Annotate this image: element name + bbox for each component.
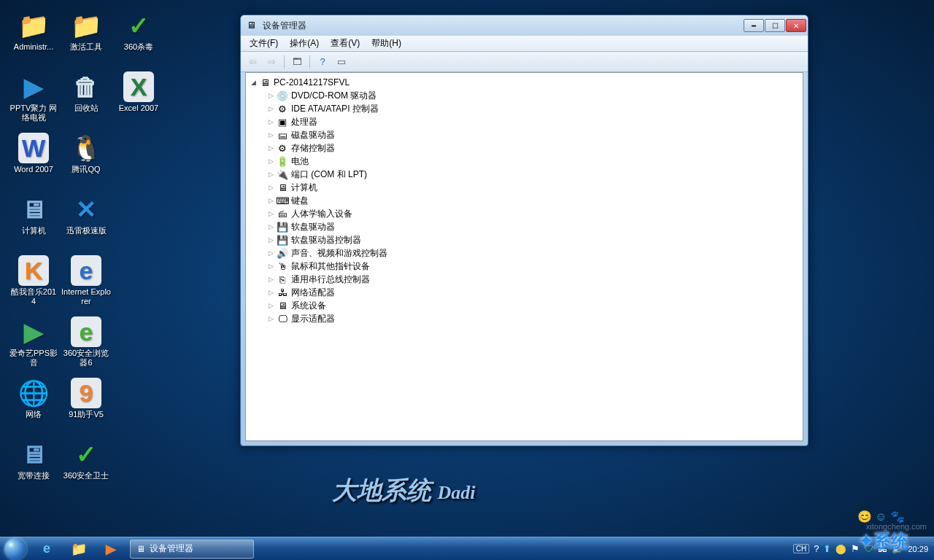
- desktop-icon-17[interactable]: XExcel 2007: [113, 69, 164, 127]
- tree-node[interactable]: ▷💾软盘驱动器控制器: [247, 233, 801, 246]
- menubar: 文件(F)操作(A)查看(V)帮助(H): [241, 36, 808, 52]
- icon-label: 迅雷极速版: [66, 226, 107, 236]
- expand-icon[interactable]: ▷: [266, 262, 275, 271]
- help-button[interactable]: ?: [314, 54, 331, 70]
- expand-icon[interactable]: ▷: [266, 209, 275, 218]
- pinned-media-player[interactable]: ▶: [96, 540, 126, 559]
- icon-label: 360安全浏览器6: [61, 349, 111, 368]
- desktop-icon-13[interactable]: e360安全浏览器6: [61, 314, 112, 372]
- help-icon[interactable]: ?: [814, 543, 819, 554]
- tree-node[interactable]: ▷💾软盘驱动器: [247, 220, 801, 233]
- expand-icon[interactable]: ▷: [266, 222, 275, 231]
- icon-label: PPTV聚力 网络电视: [9, 104, 58, 122]
- expand-icon[interactable]: ▷: [266, 275, 275, 284]
- desktop-icon-5[interactable]: ▶爱奇艺PPS影音: [8, 314, 59, 372]
- expand-icon[interactable]: ▷: [266, 236, 275, 244]
- expand-icon[interactable]: ▷: [266, 183, 275, 192]
- expand-icon[interactable]: ▷: [266, 104, 275, 113]
- expand-icon[interactable]: ▷: [266, 117, 275, 126]
- tree-node[interactable]: ▷⎘通用串行总线控制器: [247, 273, 801, 286]
- tree-node[interactable]: ▷🖮人体学输入设备: [247, 207, 801, 220]
- expand-icon[interactable]: ▷: [266, 249, 275, 257]
- tree-root[interactable]: ◢🖥PC-20141217SFVL: [247, 76, 801, 89]
- app-icon: ✓: [123, 10, 154, 41]
- expand-icon[interactable]: ▷: [266, 288, 275, 297]
- desktop-icon-0[interactable]: 📁Administr...: [8, 7, 59, 66]
- desktop-icon-4[interactable]: K酷我音乐2014: [8, 252, 59, 311]
- properties-button[interactable]: ▭: [333, 54, 350, 70]
- taskbar-app-device-manager[interactable]: 🖥 设备管理器: [130, 540, 254, 559]
- minimize-button[interactable]: ━: [744, 19, 764, 32]
- menu-a[interactable]: 操作(A): [284, 36, 325, 51]
- device-icon: ⎘: [277, 273, 288, 285]
- desktop-icon-14[interactable]: 991助手V5: [61, 375, 112, 433]
- expand-icon[interactable]: ▷: [266, 91, 275, 100]
- icon-label: Internet Explorer: [61, 287, 111, 306]
- device-icon: 🖵: [277, 313, 288, 324]
- computer-icon: 🖥: [136, 544, 145, 554]
- expand-icon[interactable]: ▷: [266, 157, 275, 166]
- menu-f[interactable]: 文件(F): [244, 36, 284, 51]
- collapse-icon[interactable]: ◢: [249, 78, 258, 87]
- device-icon: 🖥: [277, 182, 288, 193]
- tray-icon[interactable]: ⬆: [823, 543, 831, 554]
- show-hidden-button[interactable]: 🗔: [288, 54, 306, 70]
- tree-node[interactable]: ▷🔊声音、视频和游戏控制器: [247, 246, 801, 260]
- start-button[interactable]: [0, 537, 31, 561]
- expand-icon[interactable]: ▷: [266, 196, 275, 205]
- pinned-ie[interactable]: e: [31, 540, 62, 559]
- ime-indicator[interactable]: CH: [793, 544, 809, 553]
- tree-node[interactable]: ▷🖴磁盘驱动器: [247, 128, 801, 141]
- icon-label: 360安全卫士: [63, 471, 109, 481]
- desktop-icon-8[interactable]: 📁激活工具: [61, 7, 112, 66]
- desktop-icon-11[interactable]: ✕迅雷极速版: [61, 191, 112, 249]
- tray-icon[interactable]: ⬤: [835, 543, 846, 554]
- tree-node[interactable]: ▷🔋电池: [247, 155, 801, 168]
- desktop-icon-1[interactable]: ▶PPTV聚力 网络电视: [8, 69, 59, 127]
- tree-node[interactable]: ▷🔌端口 (COM 和 LPT): [247, 168, 801, 181]
- expand-icon[interactable]: ▷: [266, 144, 275, 152]
- expand-icon[interactable]: ▷: [266, 170, 275, 179]
- tree-node[interactable]: ▷🖧网络适配器: [247, 286, 801, 299]
- overlay-smileys: 😊 ☺ 🐾: [857, 510, 905, 524]
- expand-icon[interactable]: ▷: [266, 314, 275, 323]
- ie-icon: e: [43, 541, 50, 556]
- desktop-icon-6[interactable]: 🌐网络: [8, 375, 59, 433]
- tree-node[interactable]: ▷▣处理器: [247, 115, 801, 128]
- desktop-icon-3[interactable]: 🖥计算机: [8, 191, 59, 249]
- icon-label: 爱奇艺PPS影音: [9, 349, 58, 368]
- tree-node[interactable]: ▷🖥系统设备: [247, 299, 801, 312]
- desktop-icon-16[interactable]: ✓360杀毒: [113, 7, 164, 66]
- tree-node[interactable]: ▷⚙存储控制器: [247, 141, 801, 155]
- desktop-icon-12[interactable]: eInternet Explorer: [61, 252, 112, 311]
- tree-node[interactable]: ▷💿DVD/CD-ROM 驱动器: [247, 89, 801, 102]
- menu-h[interactable]: 帮助(H): [366, 36, 407, 51]
- overlay-logo: ✦系统: [859, 529, 908, 553]
- tree-content[interactable]: ◢🖥PC-20141217SFVL▷💿DVD/CD-ROM 驱动器▷⚙IDE A…: [245, 72, 803, 441]
- titlebar[interactable]: 🖥 设备管理器 ━ ☐ ✕: [241, 15, 808, 36]
- wallpaper-brand: 大地系统 Dadi: [332, 474, 476, 508]
- expand-icon[interactable]: ▷: [266, 131, 275, 139]
- app-icon: 🖥: [18, 194, 49, 225]
- icon-label: Excel 2007: [119, 104, 158, 113]
- close-button[interactable]: ✕: [786, 19, 806, 32]
- desktop-icon-9[interactable]: 🗑回收站: [61, 69, 112, 127]
- tree-node[interactable]: ▷⌨键盘: [247, 194, 801, 207]
- explorer-icon: 📁: [71, 541, 87, 557]
- device-icon: 🔌: [277, 168, 288, 180]
- icon-label: 360杀毒: [124, 42, 153, 52]
- clock[interactable]: 20:29: [908, 545, 928, 553]
- tree-node[interactable]: ▷🖱鼠标和其他指针设备: [247, 260, 801, 273]
- menu-v[interactable]: 查看(V): [325, 36, 366, 51]
- maximize-button[interactable]: ☐: [765, 19, 785, 32]
- pinned-explorer[interactable]: 📁: [63, 540, 94, 559]
- expand-icon[interactable]: ▷: [266, 301, 275, 310]
- tree-node[interactable]: ▷🖵显示适配器: [247, 312, 801, 325]
- desktop-icon-2[interactable]: WWord 2007: [8, 130, 59, 188]
- tree-node[interactable]: ▷🖥计算机: [247, 181, 801, 194]
- desktop-icon-7[interactable]: 🖥宽带连接: [8, 436, 59, 494]
- device-icon: 🖱: [277, 260, 288, 272]
- desktop-icon-10[interactable]: 🐧腾讯QQ: [61, 130, 112, 188]
- tree-node[interactable]: ▷⚙IDE ATA/ATAPI 控制器: [247, 102, 801, 115]
- desktop-icon-15[interactable]: ✓360安全卫士: [61, 436, 112, 494]
